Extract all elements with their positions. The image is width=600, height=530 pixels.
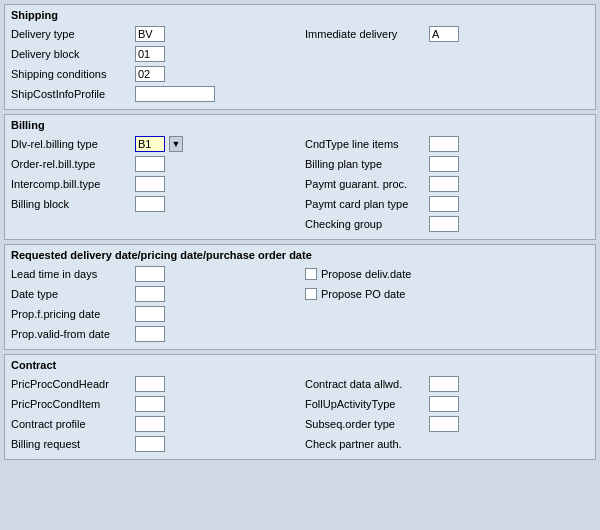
shipping-right-col: Immediate delivery	[305, 25, 589, 103]
date-type-row: Date type	[11, 285, 295, 303]
billing-plan-label: Billing plan type	[305, 158, 425, 170]
shipping-section: Shipping Delivery type Delivery block Sh…	[4, 4, 596, 110]
subseq-order-row: Subseq.order type	[305, 415, 589, 433]
contract-profile-label: Contract profile	[11, 418, 131, 430]
delivery-block-row: Delivery block	[11, 45, 295, 63]
pric-proc-headr-row: PricProcCondHeadr	[11, 375, 295, 393]
cnd-type-input[interactable]	[429, 136, 459, 152]
immediate-delivery-label: Immediate delivery	[305, 28, 425, 40]
propose-po-label: Propose PO date	[321, 288, 441, 300]
pric-proc-headr-label: PricProcCondHeadr	[11, 378, 131, 390]
paymt-guarant-label: Paymt guarant. proc.	[305, 178, 425, 190]
checking-group-input[interactable]	[429, 216, 459, 232]
paymt-card-input[interactable]	[429, 196, 459, 212]
check-partner-row: Check partner auth.	[305, 435, 589, 453]
delivery-type-label: Delivery type	[11, 28, 131, 40]
immediate-delivery-input[interactable]	[429, 26, 459, 42]
contract-profile-row: Contract profile	[11, 415, 295, 433]
prop-pricing-input[interactable]	[135, 306, 165, 322]
delivery-date-right-col: Propose deliv.date Propose PO date	[305, 265, 589, 343]
intercomp-row: Intercomp.bill.type	[11, 175, 295, 193]
checking-group-label: Checking group	[305, 218, 425, 230]
contract-right-col: Contract data allwd. FollUpActivityType …	[305, 375, 589, 453]
date-type-input[interactable]	[135, 286, 165, 302]
dlv-rel-row: Dlv-rel.billing type ▼	[11, 135, 295, 153]
cnd-type-row: CndType line items	[305, 135, 589, 153]
intercomp-input[interactable]	[135, 176, 165, 192]
propose-deliv-checkbox[interactable]	[305, 268, 317, 280]
follow-up-label: FollUpActivityType	[305, 398, 425, 410]
subseq-order-label: Subseq.order type	[305, 418, 425, 430]
lead-time-label: Lead time in days	[11, 268, 131, 280]
shipping-title: Shipping	[11, 9, 589, 21]
contract-data-input[interactable]	[429, 376, 459, 392]
propose-po-row: Propose PO date	[305, 285, 589, 303]
contract-data-label: Contract data allwd.	[305, 378, 425, 390]
dlv-rel-input[interactable]	[135, 136, 165, 152]
billing-plan-row: Billing plan type	[305, 155, 589, 173]
billing-block-row: Billing block	[11, 195, 295, 213]
subseq-order-input[interactable]	[429, 416, 459, 432]
billing-left-col: Dlv-rel.billing type ▼ Order-rel.bill.ty…	[11, 135, 295, 233]
billing-title: Billing	[11, 119, 589, 131]
ship-cost-row: ShipCostInfoProfile	[11, 85, 295, 103]
contract-profile-input[interactable]	[135, 416, 165, 432]
paymt-card-row: Paymt card plan type	[305, 195, 589, 213]
shipping-conditions-row: Shipping conditions	[11, 65, 295, 83]
prop-pricing-row: Prop.f.pricing date	[11, 305, 295, 323]
shipping-conditions-label: Shipping conditions	[11, 68, 131, 80]
check-partner-label: Check partner auth.	[305, 438, 425, 450]
lead-time-row: Lead time in days	[11, 265, 295, 283]
pric-proc-headr-input[interactable]	[135, 376, 165, 392]
paymt-card-label: Paymt card plan type	[305, 198, 425, 210]
paymt-guarant-input[interactable]	[429, 176, 459, 192]
shipping-left-col: Delivery type Delivery block Shipping co…	[11, 25, 295, 103]
delivery-type-row: Delivery type	[11, 25, 295, 43]
contract-section: Contract PricProcCondHeadr PricProcCondI…	[4, 354, 596, 460]
follow-up-row: FollUpActivityType	[305, 395, 589, 413]
delivery-date-title: Requested delivery date/pricing date/pur…	[11, 249, 589, 261]
billing-plan-input[interactable]	[429, 156, 459, 172]
date-type-label: Date type	[11, 288, 131, 300]
dlv-rel-btn[interactable]: ▼	[169, 136, 183, 152]
ship-cost-label: ShipCostInfoProfile	[11, 88, 131, 100]
contract-left-col: PricProcCondHeadr PricProcCondItem Contr…	[11, 375, 295, 453]
prop-pricing-label: Prop.f.pricing date	[11, 308, 131, 320]
billing-block-input[interactable]	[135, 196, 165, 212]
contract-title: Contract	[11, 359, 589, 371]
delivery-date-section: Requested delivery date/pricing date/pur…	[4, 244, 596, 350]
pric-proc-item-label: PricProcCondItem	[11, 398, 131, 410]
delivery-type-input[interactable]	[135, 26, 165, 42]
checking-group-row: Checking group	[305, 215, 589, 233]
cnd-type-label: CndType line items	[305, 138, 425, 150]
delivery-block-input[interactable]	[135, 46, 165, 62]
billing-right-col: CndType line items Billing plan type Pay…	[305, 135, 589, 233]
contract-data-row: Contract data allwd.	[305, 375, 589, 393]
follow-up-input[interactable]	[429, 396, 459, 412]
billing-request-row: Billing request	[11, 435, 295, 453]
order-rel-label: Order-rel.bill.type	[11, 158, 131, 170]
order-rel-row: Order-rel.bill.type	[11, 155, 295, 173]
pric-proc-item-row: PricProcCondItem	[11, 395, 295, 413]
ship-cost-input[interactable]	[135, 86, 215, 102]
delivery-block-label: Delivery block	[11, 48, 131, 60]
propose-deliv-label: Propose deliv.date	[321, 268, 441, 280]
delivery-date-left-col: Lead time in days Date type Prop.f.prici…	[11, 265, 295, 343]
prop-valid-label: Prop.valid-from date	[11, 328, 131, 340]
prop-valid-row: Prop.valid-from date	[11, 325, 295, 343]
billing-block-label: Billing block	[11, 198, 131, 210]
dlv-rel-label: Dlv-rel.billing type	[11, 138, 131, 150]
billing-request-label: Billing request	[11, 438, 131, 450]
lead-time-input[interactable]	[135, 266, 165, 282]
shipping-conditions-input[interactable]	[135, 66, 165, 82]
billing-section: Billing Dlv-rel.billing type ▼ Order-rel…	[4, 114, 596, 240]
billing-request-input[interactable]	[135, 436, 165, 452]
immediate-delivery-row: Immediate delivery	[305, 25, 589, 43]
pric-proc-item-input[interactable]	[135, 396, 165, 412]
propose-po-checkbox[interactable]	[305, 288, 317, 300]
prop-valid-input[interactable]	[135, 326, 165, 342]
propose-deliv-row: Propose deliv.date	[305, 265, 589, 283]
order-rel-input[interactable]	[135, 156, 165, 172]
intercomp-label: Intercomp.bill.type	[11, 178, 131, 190]
paymt-guarant-row: Paymt guarant. proc.	[305, 175, 589, 193]
